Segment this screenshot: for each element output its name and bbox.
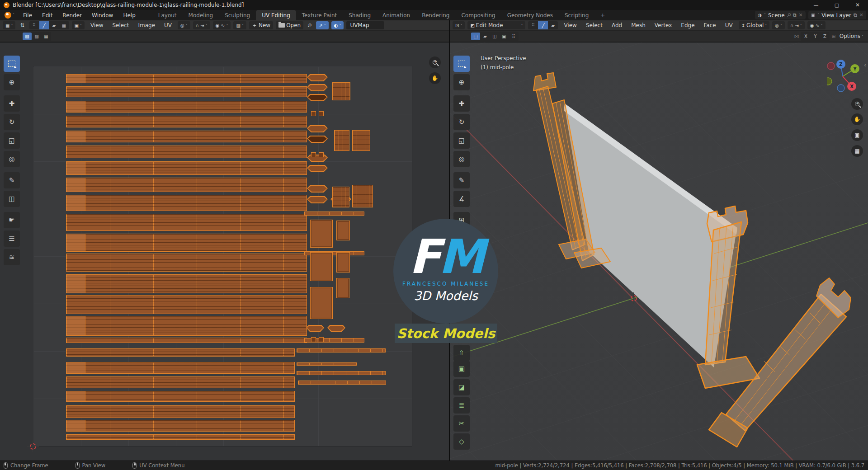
uv-island-bar[interactable] (66, 146, 307, 158)
uv-menu-select[interactable]: Select (109, 22, 132, 28)
tab-compositing[interactable]: Compositing (455, 10, 501, 20)
uv-image-browse-button[interactable]: ▨˅ (233, 21, 246, 29)
uv-island-grid[interactable] (332, 187, 349, 207)
tool-measure[interactable]: ∡ (453, 191, 470, 207)
uv-gizmo-toggle[interactable]: ↗˅ (316, 21, 328, 29)
options-dropdown[interactable]: Options˅ (838, 32, 865, 40)
uv-island-cap[interactable] (307, 136, 328, 143)
mirror-z-button[interactable]: Z (820, 33, 829, 40)
v3d-menu-edge[interactable]: Edge (678, 22, 698, 28)
vertex-select-mode-button[interactable]: ⠛ (29, 21, 39, 29)
pivot-point-dropdown[interactable]: ◎˅ (772, 21, 785, 29)
uv-island-square[interactable] (336, 278, 349, 298)
uv-island-grid[interactable] (334, 130, 349, 151)
uv-pivot-button[interactable]: ◎˅ (178, 21, 190, 29)
uv-island-bar[interactable] (66, 376, 295, 388)
select-mode-subtract[interactable]: ◫ (490, 33, 499, 40)
proportional-edit-button[interactable]: ◉∿˅ (807, 21, 826, 29)
tool-bevel[interactable]: ◪ (453, 379, 470, 395)
uv-island-small-pair[interactable] (311, 111, 324, 116)
uv-pin-icon[interactable]: ⚲ (304, 20, 315, 31)
menu-window[interactable]: Window (87, 10, 118, 20)
tab-uv-editing[interactable]: UV Editing (256, 10, 296, 20)
island-select-mode-button[interactable]: ▦ (59, 21, 69, 29)
editor-type-button[interactable]: ▦˅ (3, 21, 15, 29)
uvmap-field[interactable]: UVMap (346, 21, 384, 29)
viewport-canvas[interactable]: User Perspective(1) mid-pole⊕✚↻◱◎✎∡⊞⇧▣◪≣… (450, 42, 868, 461)
uv-island-bar[interactable] (66, 234, 307, 252)
tab--[interactable]: + (594, 10, 611, 20)
pin-icon[interactable]: ⚲ (785, 12, 792, 19)
uv-island-bar[interactable] (66, 214, 307, 231)
tool-scale[interactable]: ◱ (453, 132, 470, 149)
new-scene-icon[interactable]: ⧉ (793, 12, 797, 18)
uv-island-square[interactable] (310, 287, 333, 319)
uv-island-bar[interactable] (66, 348, 295, 357)
tool-annotate[interactable]: ✎ (453, 172, 470, 188)
tab-sculpting[interactable]: Sculpting (219, 10, 256, 20)
editor-type-button-3d[interactable]: ⊡˅ (453, 21, 465, 29)
select-mode-extend[interactable]: ▰ (481, 33, 490, 40)
uv-island-cap[interactable] (307, 84, 328, 91)
menu-file[interactable]: File (18, 10, 37, 20)
image-open-button[interactable]: Open (276, 21, 303, 29)
sidebar-collapse-arrow[interactable]: ‹ (864, 61, 866, 68)
uv-island-bar[interactable] (66, 178, 307, 192)
tool-grab[interactable]: ☛ (4, 212, 20, 228)
tool-transform[interactable]: ◎ (453, 151, 470, 167)
tab-shading[interactable]: Shading (343, 10, 377, 20)
uv-island-bar[interactable] (66, 295, 307, 314)
tool-relax[interactable]: ☰ (4, 230, 20, 247)
maximize-button[interactable]: ▢ (826, 0, 847, 10)
face-select-mode-button[interactable]: ▰ (49, 21, 59, 29)
uv-island-bar[interactable] (66, 161, 307, 175)
uv-island-cap[interactable] (307, 185, 328, 193)
uv-island-strip[interactable] (297, 371, 386, 375)
uv-island-square[interactable] (310, 220, 333, 248)
tab-geometry-nodes[interactable]: Geometry Nodes (501, 10, 559, 20)
uv-sync-selection-icon[interactable]: ⇅ (18, 21, 26, 29)
uv-island-bar[interactable] (66, 86, 307, 97)
tool-move[interactable]: ✚ (453, 95, 470, 112)
tab-animation[interactable]: Animation (377, 10, 416, 20)
tool-select-box[interactable] (4, 56, 20, 72)
mode-dropdown[interactable]: ◩Edit Mode˅ (467, 21, 525, 29)
tool-loop-cut[interactable]: ≣ (453, 397, 470, 414)
menu-edit[interactable]: Edit (37, 10, 57, 20)
uv-pan-button[interactable]: ✋ (429, 72, 441, 84)
tab-rendering[interactable]: Rendering (416, 10, 455, 20)
uv-island-cap[interactable] (327, 325, 345, 332)
uv-menu-uv[interactable]: UV (161, 22, 175, 28)
v3d-menu-face[interactable]: Face (701, 22, 719, 28)
uv-zoom-button[interactable] (429, 56, 441, 68)
uv-tool-mode-extend[interactable]: ▨ (32, 33, 41, 40)
tool-move[interactable]: ✚ (4, 95, 20, 112)
tool-rip-region[interactable]: ◫ (4, 191, 20, 207)
uv-island-cap[interactable] (307, 125, 328, 132)
tool-scale[interactable]: ◱ (4, 132, 20, 149)
uv-island-bar[interactable] (66, 254, 307, 272)
tab-texture-paint[interactable]: Texture Paint (296, 10, 343, 20)
face-select-mode-button[interactable]: ▰ (548, 21, 558, 29)
uv-island-cap[interactable] (307, 196, 328, 203)
v3d-menu-vertex[interactable]: Vertex (651, 22, 675, 28)
uv-island-cap[interactable] (307, 94, 328, 101)
tool-knife[interactable]: ✂ (453, 415, 470, 432)
edge-select-mode-button[interactable]: ╱ (39, 21, 49, 29)
tab-layout[interactable]: Layout (152, 10, 183, 20)
uv-proportional-edit-button[interactable]: ◉∿˅ (213, 21, 231, 29)
v3d-menu-mesh[interactable]: Mesh (628, 22, 649, 28)
tool-cursor[interactable]: ⊕ (453, 74, 470, 90)
cursor-3d[interactable] (630, 295, 637, 302)
viewport-camera-button[interactable]: ▣ (851, 129, 863, 141)
tab-modeling[interactable]: Modeling (183, 10, 219, 20)
uv-island-bar[interactable] (66, 116, 307, 127)
viewport-pan-button[interactable]: ✋ (851, 113, 863, 125)
view-layer-selector[interactable]: ▣ ˅ View Layer ⧉ ✕ (808, 11, 866, 19)
select-mode-set[interactable]: ⬚ (471, 33, 480, 40)
uv-canvas[interactable]: ⊕✚↻◱◎✎◫☛☰≋✋ (0, 42, 449, 461)
uv-island-bar[interactable] (66, 274, 307, 293)
tool-rotate[interactable]: ↻ (4, 114, 20, 130)
delete-view-layer-icon[interactable]: ✕ (859, 12, 863, 18)
snap-individual-icon[interactable]: ⊞ (831, 33, 835, 39)
